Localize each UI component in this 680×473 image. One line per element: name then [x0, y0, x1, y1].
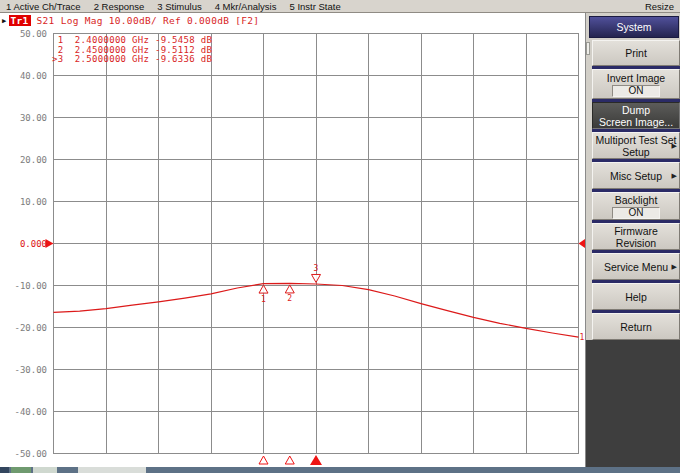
active-trace-arrow-icon: ▶ — [2, 17, 7, 25]
softkey-label: Print — [593, 47, 679, 59]
trace-settings-label[interactable]: S21 Log Mag 10.00dB/ Ref 0.000dB [F2] — [37, 15, 260, 26]
softkey-label: Service Menu — [593, 261, 679, 273]
softkey-label: Return — [593, 321, 679, 333]
y-axis-label: 10.00 — [0, 197, 47, 207]
menu-items: 1 Active Ch/Trace2 Response3 Stimulus4 M… — [6, 1, 354, 12]
taskbar — [0, 467, 680, 473]
stimulus-marker-2-icon[interactable] — [285, 456, 294, 464]
taskbar-window-button[interactable] — [33, 467, 57, 473]
submenu-arrow-icon: ▶ — [672, 261, 677, 273]
y-axis-label: 20.00 — [0, 155, 47, 165]
menu-item-mkr-analysis[interactable]: 4 Mkr/Analysis — [215, 1, 277, 12]
softkey-label: Help — [593, 291, 679, 303]
softkey-list: System PrintInvert ImageONDumpScreen Ima… — [586, 13, 680, 340]
menu-bar: 1 Active Ch/Trace2 Response3 Stimulus4 M… — [0, 0, 680, 13]
marker-1-number: 1 — [261, 295, 266, 304]
softkey-label: Dump — [593, 104, 679, 116]
softkey-menu-title: System — [589, 16, 679, 38]
graph-area: 1123 50.0040.0030.0020.0010.000.000-10.0… — [0, 27, 585, 467]
menu-item-stimulus[interactable]: 3 Stimulus — [157, 1, 201, 12]
softkey-dump-screen-image[interactable]: DumpScreen Image... — [592, 102, 680, 129]
softkey-multiport-test-set-setup[interactable]: Multiport Test SetSetup▶ — [592, 132, 680, 159]
marker-2-number: 2 — [287, 294, 292, 303]
marker-3-icon[interactable] — [312, 274, 321, 282]
resize-button[interactable]: Resize — [645, 1, 674, 12]
softkey-panel: System PrintInvert ImageONDumpScreen Ima… — [585, 13, 680, 467]
y-axis-label: 50.00 — [0, 29, 47, 39]
y-axis-label: -20.00 — [0, 323, 47, 333]
softkey-label: Revision — [593, 237, 679, 249]
panel-dead-area — [586, 340, 680, 467]
softkey-toggle-value: ON — [612, 207, 660, 219]
softkey-label: Setup — [593, 146, 679, 158]
trace-end-label: 1 — [580, 333, 585, 342]
softkey-gutter-handle[interactable] — [586, 42, 590, 55]
y-axis-label: -50.00 — [0, 449, 47, 459]
softkey-label: Multiport Test Set — [593, 134, 679, 146]
taskbar-left-fragment — [0, 467, 9, 473]
softkey-help[interactable]: Help — [592, 283, 680, 310]
plot-svg: 1123 — [0, 27, 585, 467]
trace-id-badge[interactable]: Tr1 — [9, 15, 31, 26]
y-axis-label: -30.00 — [0, 365, 47, 375]
taskbar-window-button[interactable] — [78, 467, 146, 473]
stimulus-marker-3-icon[interactable] — [310, 455, 322, 465]
submenu-arrow-icon: ▶ — [672, 140, 677, 152]
softkey-label: Screen Image... — [593, 116, 679, 128]
y-axis-label: 40.00 — [0, 71, 47, 81]
softkey-print[interactable]: Print — [592, 40, 680, 66]
softkey-service-menu[interactable]: Service Menu▶ — [592, 253, 680, 280]
softkey-return[interactable]: Return — [592, 313, 680, 340]
menu-item-active-ch-trace[interactable]: 1 Active Ch/Trace — [6, 1, 81, 12]
start-button-fragment[interactable] — [11, 467, 31, 473]
softkey-misc-setup[interactable]: Misc Setup▶ — [592, 162, 680, 189]
softkey-backlight[interactable]: BacklightON — [592, 192, 680, 220]
marker-3-number: 3 — [314, 264, 319, 273]
stimulus-marker-1-icon[interactable] — [259, 456, 268, 464]
submenu-arrow-icon: ▶ — [672, 170, 677, 182]
marker-readout: 1 2.4000000 GHz -9.5458 dB 2 2.4500000 G… — [52, 36, 212, 65]
y-axis-label: 30.00 — [0, 113, 47, 123]
marker-readout-row: >3 2.5000000 GHz -9.6336 dB — [52, 55, 212, 65]
y-axis-label: -10.00 — [0, 281, 47, 291]
softkey-label: Misc Setup — [593, 170, 679, 182]
softkey-label: Firmware — [593, 225, 679, 237]
softkey-label: Backlight — [593, 194, 679, 206]
marker-2-icon[interactable] — [285, 285, 294, 293]
softkey-label: Invert Image — [593, 72, 679, 84]
trace-status-bar[interactable]: ▶ Tr1 S21 Log Mag 10.00dB/ Ref 0.000dB [… — [0, 14, 585, 27]
marker-1-icon[interactable] — [259, 285, 268, 293]
y-axis-label: 0.000 — [0, 239, 47, 249]
softkey-firmware-revision[interactable]: FirmwareRevision — [592, 223, 680, 250]
softkey-invert-image[interactable]: Invert ImageON — [592, 69, 680, 99]
menu-item-response[interactable]: 2 Response — [94, 1, 145, 12]
y-axis-label: -40.00 — [0, 407, 47, 417]
softkey-toggle-value: ON — [612, 85, 660, 97]
menu-item-instr-state[interactable]: 5 Instr State — [289, 1, 340, 12]
